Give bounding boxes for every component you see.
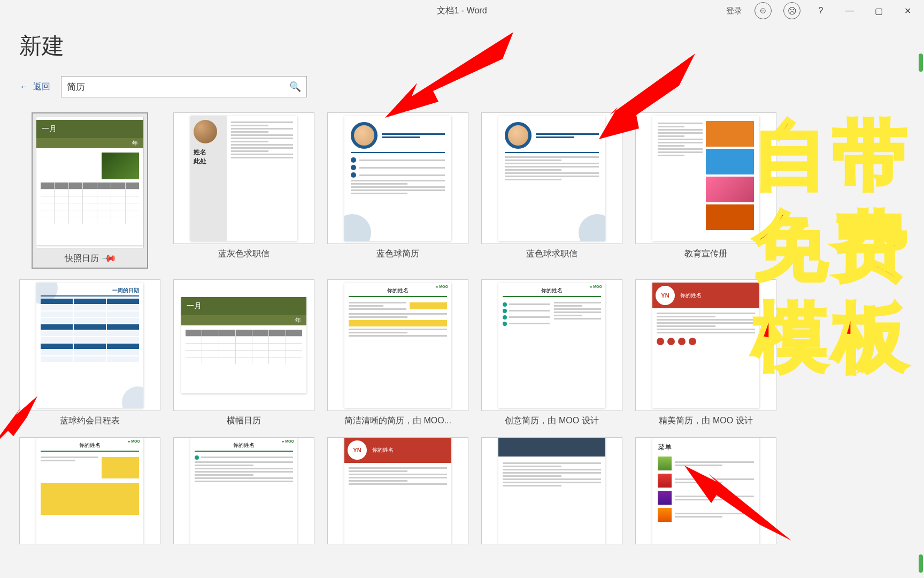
- feedback-happy-icon[interactable]: ☺: [751, 0, 775, 21]
- template-blue-ball-resume[interactable]: 蓝色球简历: [327, 112, 468, 269]
- scrollbar-top-indicator[interactable]: [919, 54, 923, 72]
- back-link[interactable]: ← 返回: [19, 81, 50, 93]
- template-label: 创意简历，由 MOO 设计: [505, 415, 598, 427]
- back-label: 返回: [33, 81, 50, 93]
- template-row3-1[interactable]: MOO 你的姓名: [19, 437, 160, 544]
- search-box[interactable]: 🔍: [61, 76, 307, 97]
- template-label: 快照日历: [65, 253, 99, 264]
- template-row3-menu[interactable]: 菜单: [635, 437, 776, 544]
- template-moo-beautiful-resume[interactable]: YN 你的姓名 精美简历，由 MOO 设计: [635, 279, 776, 427]
- scrollbar-bottom-indicator[interactable]: [919, 554, 923, 573]
- content-area: 新建 ← 返回 🔍 一月 年: [0, 21, 924, 578]
- template-label: 横幅日历: [227, 415, 261, 427]
- template-snapshot-calendar[interactable]: 一月 年: [19, 112, 160, 269]
- close-button[interactable]: ✕: [895, 0, 920, 21]
- titlebar: 文档1 - Word 登录 ☺ ☹ ? — ▢ ✕: [0, 0, 924, 21]
- template-row3-4[interactable]: [481, 437, 622, 544]
- thumb-year: 年: [36, 138, 143, 148]
- maximize-button[interactable]: ▢: [866, 0, 891, 21]
- template-label: 蓝色球简历: [376, 248, 419, 260]
- search-icon[interactable]: 🔍: [289, 81, 301, 93]
- help-icon[interactable]: ?: [808, 0, 833, 21]
- template-education-brochure[interactable]: 教育宣传册: [635, 112, 776, 269]
- page-title: 新建: [19, 31, 905, 61]
- template-row3-2[interactable]: MOO 你的姓名: [173, 437, 314, 544]
- template-bluegray-cover-letter[interactable]: 姓名 此处 蓝灰色求职信: [173, 112, 314, 269]
- back-arrow-icon: ←: [19, 81, 29, 93]
- template-moo-clean-resume[interactable]: MOO 你的姓名 简洁清晰的简历，由 MOO...: [327, 279, 468, 427]
- search-input[interactable]: [67, 81, 289, 92]
- search-row: ← 返回 🔍: [19, 76, 905, 97]
- template-label: 蓝灰色求职信: [218, 248, 270, 260]
- window-title: 文档1 - Word: [437, 5, 487, 17]
- template-label: 蓝球约会日程表: [60, 415, 120, 427]
- template-banner-calendar[interactable]: 一月 年 横幅日历: [173, 279, 314, 427]
- template-blue-ball-schedule[interactable]: 一周的日期 蓝球约会日程表: [19, 279, 160, 427]
- template-moo-creative-resume[interactable]: MOO 你的姓名 创意简历，由 MOO 设计: [481, 279, 622, 427]
- feedback-sad-icon[interactable]: ☹: [780, 0, 804, 21]
- pin-icon[interactable]: 📌: [101, 250, 117, 267]
- template-label: 简洁清晰的简历，由 MOO...: [344, 415, 451, 427]
- template-label: 精美简历，由 MOO 设计: [659, 415, 752, 427]
- thumb-month: 一月: [36, 120, 143, 138]
- template-grid: 一月 年: [19, 112, 905, 544]
- template-label: 教育宣传册: [684, 248, 727, 260]
- template-blue-ball-cover-letter[interactable]: 蓝色球求职信: [481, 112, 622, 269]
- minimize-button[interactable]: —: [837, 0, 862, 21]
- template-row3-3[interactable]: YN 你的姓名: [327, 437, 468, 544]
- template-label: 蓝色球求职信: [526, 248, 578, 260]
- login-button[interactable]: 登录: [722, 0, 746, 21]
- window-controls: 登录 ☺ ☹ ? — ▢ ✕: [722, 0, 924, 21]
